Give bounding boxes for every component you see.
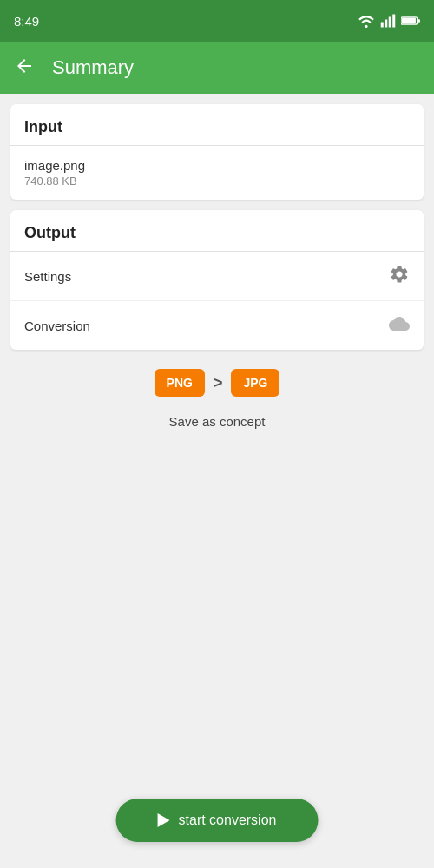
svg-rect-4 [392,15,395,28]
to-format-badge: JPG [231,369,279,397]
cloud-icon [389,313,410,338]
play-icon [158,813,170,827]
back-button[interactable] [14,56,35,80]
save-concept-button[interactable]: Save as concept [10,414,424,429]
settings-label: Settings [24,269,71,284]
input-filesize: 740.88 KB [24,174,410,187]
svg-rect-3 [389,17,391,28]
svg-rect-2 [385,20,387,28]
svg-point-0 [365,25,367,28]
save-concept-label: Save as concept [169,414,266,429]
input-filename: image.png [24,158,410,173]
wifi-icon [358,14,375,28]
settings-row[interactable]: Settings [10,252,424,301]
conversion-label: Conversion [24,319,90,333]
input-card-header: Input [10,104,424,146]
main-content: Input image.png 740.88 KB Output Setting… [0,94,434,868]
start-conversion-button[interactable]: start conversion [116,799,319,842]
from-format-badge: PNG [155,369,205,397]
input-header-text: Input [24,118,62,135]
output-card-header: Output [10,210,424,252]
input-file-info: image.png 740.88 KB [10,146,424,200]
svg-rect-6 [402,18,416,24]
arrow-icon: > [214,374,223,392]
output-card: Output Settings Conversion [10,210,424,350]
conversion-row[interactable]: Conversion [10,301,424,350]
conversion-indicator: PNG > JPG [10,369,424,397]
start-button-label: start conversion [179,812,277,828]
svg-rect-7 [418,19,420,22]
input-card: Input image.png 740.88 KB [10,104,424,200]
svg-rect-1 [381,23,384,28]
status-time: 8:49 [14,14,39,29]
output-header-text: Output [24,224,76,241]
battery-icon [401,15,420,27]
page-title: Summary [52,56,134,79]
app-bar: Summary [0,42,434,94]
start-button-container: start conversion [116,799,319,842]
status-bar: 8:49 [0,0,434,42]
status-icons [358,14,420,28]
signal-icon [380,14,396,28]
settings-icon [389,264,410,288]
